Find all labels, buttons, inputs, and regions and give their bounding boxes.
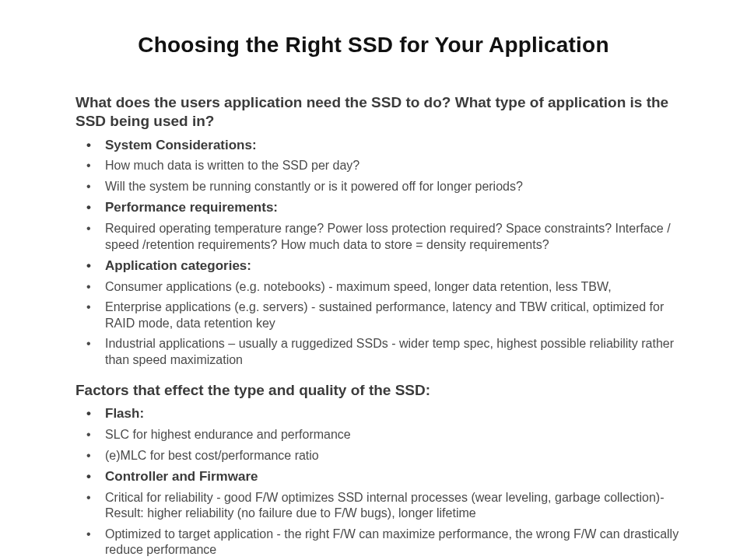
list-item: Controller and Firmware: [75, 466, 682, 488]
list-item: How much data is written to the SSD per …: [75, 156, 682, 176]
list-item: Application categories:: [75, 255, 682, 277]
list-item: SLC for highest endurance and performanc…: [75, 425, 682, 445]
section-heading-1: What does the users application need the…: [75, 93, 682, 131]
slide-title: Choosing the Right SSD for Your Applicat…: [0, 33, 747, 58]
list-item: Will the system be running constantly or…: [75, 177, 682, 197]
list-item: Enterprise applications (e.g. servers) -…: [75, 297, 682, 334]
list-item: Consumer applications (e.g. notebooks) -…: [75, 277, 682, 297]
list-item: Industrial applications – usually a rugg…: [75, 334, 682, 370]
slide-body: What does the users application need the…: [75, 93, 682, 560]
bullet-list-2: Flash: SLC for highest endurance and per…: [75, 403, 682, 560]
list-item: Performance requirements:: [75, 197, 682, 219]
list-item: Optimized to target application - the ri…: [75, 524, 682, 560]
list-item: Required operating temperature range? Po…: [75, 219, 682, 255]
bullet-list-1: System Considerations: How much data is …: [75, 135, 682, 370]
slide: Choosing the Right SSD for Your Applicat…: [0, 0, 747, 560]
list-item: Critical for reliability - good F/W opti…: [75, 488, 682, 524]
list-item: (e)MLC for best cost/performance ratio: [75, 446, 682, 466]
list-item: System Considerations:: [75, 135, 682, 156]
list-item: Flash:: [75, 403, 682, 425]
section-heading-2: Factors that effect the type and quality…: [75, 381, 682, 400]
